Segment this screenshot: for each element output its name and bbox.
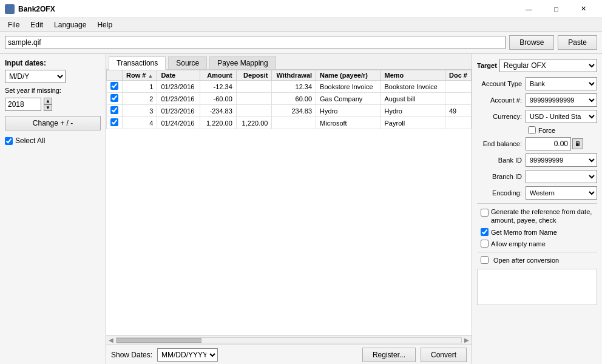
tab-payee-mapping[interactable]: Payee Mapping [209, 56, 276, 69]
bank-id-row: Bank ID 999999999 [477, 153, 597, 167]
scroll-right-arrow[interactable]: ▶ [464, 337, 469, 343]
set-year-label: Set year if missing: [5, 87, 101, 94]
row-check-cell[interactable] [107, 93, 123, 105]
row-deposit-cell [236, 93, 272, 105]
year-down-button[interactable]: ▼ [44, 104, 52, 111]
row-check-cell[interactable] [107, 81, 123, 93]
convert-button[interactable]: Convert [421, 348, 467, 362]
scrollbar-track[interactable] [116, 337, 462, 343]
select-all-checkbox[interactable] [5, 137, 13, 145]
close-button[interactable]: ✕ [570, 0, 597, 18]
row-amount-cell: -60.00 [200, 93, 236, 105]
tab-transactions[interactable]: Transactions [109, 56, 166, 70]
row-doc-cell [445, 81, 472, 93]
bottom-bar: Show Dates: MM/DD/YYYY Register... Conve… [106, 345, 472, 364]
encoding-row: Encoding: Western UTF-8 [477, 186, 597, 200]
select-all-label[interactable]: Select All [5, 136, 101, 145]
col-header-row[interactable]: Row # ▲ [123, 70, 157, 81]
menu-edit[interactable]: Edit [25, 19, 49, 31]
row-check-cell[interactable] [107, 105, 123, 117]
generate-ref-label: Generate the reference from date, amount… [491, 207, 597, 225]
menu-file[interactable]: File [2, 19, 25, 31]
change-button[interactable]: Change + / - [5, 116, 101, 130]
account-type-select[interactable]: Bank Credit Investment [526, 77, 597, 90]
get-memo-label: Get Memo from Name [491, 228, 557, 237]
row-checkbox-0[interactable] [110, 82, 118, 90]
row-amount-cell: -12.34 [200, 81, 236, 93]
center-panel: Transactions Source Payee Mapping Row # … [106, 54, 472, 364]
minimize-button[interactable]: — [515, 0, 543, 18]
end-balance-input[interactable] [526, 137, 571, 150]
title-bar: Bank2OFX — □ ✕ [0, 0, 602, 18]
transactions-table-container: Row # ▲ Date Amount Deposit Withdrawal N… [106, 70, 472, 335]
row-date-cell: 01/23/2016 [157, 105, 200, 117]
target-select[interactable]: Regular OFX OFX 2.x QFX [499, 59, 597, 72]
account-type-row: Account Type Bank Credit Investment [477, 77, 597, 90]
row-memo-cell: Bookstore Invoice [380, 81, 445, 93]
allow-empty-checkbox[interactable] [481, 240, 489, 248]
col-header-date[interactable]: Date [157, 70, 200, 81]
row-check-cell[interactable] [107, 117, 123, 129]
browse-button[interactable]: Browse [509, 35, 554, 50]
force-label: Force [538, 127, 555, 134]
account-num-row: Account #: 999999999999 [477, 93, 597, 107]
get-memo-checkbox[interactable] [481, 228, 489, 236]
date-format-select[interactable]: M/D/Y [5, 70, 66, 83]
row-num-cell: 4 [123, 117, 157, 129]
row-checkbox-3[interactable] [110, 118, 118, 126]
force-row: Force [477, 126, 597, 134]
row-date-cell: 01/23/2016 [157, 81, 200, 93]
year-spinner: ▲ ▼ [44, 98, 52, 111]
branch-id-select[interactable] [526, 170, 597, 183]
row-checkbox-2[interactable] [110, 106, 118, 114]
row-doc-cell [445, 93, 472, 105]
currency-select[interactable]: USD - United Sta [526, 110, 597, 123]
force-checkbox[interactable] [528, 126, 536, 134]
col-header-amount[interactable]: Amount [200, 70, 236, 81]
calculator-icon[interactable]: 🖩 [572, 138, 583, 149]
row-checkbox-1[interactable] [110, 94, 118, 102]
currency-label: Currency: [477, 113, 526, 120]
paste-button[interactable]: Paste [558, 35, 597, 50]
bank-id-select[interactable]: 999999999 [526, 153, 597, 167]
row-withdrawal-cell [272, 117, 316, 129]
year-up-button[interactable]: ▲ [44, 98, 52, 104]
tab-source[interactable]: Source [168, 56, 207, 69]
menu-language[interactable]: Language [49, 19, 92, 31]
col-header-doc[interactable]: Doc # [445, 70, 472, 81]
window-controls: — □ ✕ [515, 0, 597, 18]
bank-id-label: Bank ID [477, 157, 526, 164]
maximize-button[interactable]: □ [543, 0, 570, 18]
year-input[interactable] [5, 98, 41, 111]
row-deposit-cell [236, 81, 272, 93]
show-dates-label: Show Dates: [111, 351, 152, 359]
row-amount-cell: 1,220.00 [200, 117, 236, 129]
account-num-select[interactable]: 999999999999 [526, 93, 597, 107]
row-memo-cell: August bill [380, 93, 445, 105]
divider-1 [477, 203, 597, 204]
col-header-memo[interactable]: Memo [380, 70, 445, 81]
register-button[interactable]: Register... [362, 348, 416, 362]
scroll-left-arrow[interactable]: ◀ [109, 337, 113, 343]
file-input[interactable] [5, 36, 506, 49]
table-row: 2 01/23/2016 -60.00 60.00 Gas Company Au… [107, 93, 472, 105]
branch-id-row: Branch ID [477, 170, 597, 183]
file-row: Browse Paste [0, 32, 602, 54]
row-date-cell: 01/24/2016 [157, 117, 200, 129]
action-buttons: Register... Convert [362, 348, 467, 362]
table-row: 4 01/24/2016 1,220.00 1,220.00 Microsoft… [107, 117, 472, 129]
date-display-select[interactable]: MM/DD/YYYY [157, 348, 218, 362]
sort-arrow-row: ▲ [147, 73, 153, 79]
menu-bar: File Edit Language Help [0, 18, 602, 32]
col-header-name[interactable]: Name (payee/r) [316, 70, 380, 81]
encoding-select[interactable]: Western UTF-8 [526, 186, 597, 200]
menu-help[interactable]: Help [92, 19, 118, 31]
col-header-deposit[interactable]: Deposit [236, 70, 272, 81]
input-dates-label: Input dates: [5, 59, 101, 67]
row-name-cell: Gas Company [316, 93, 380, 105]
currency-row: Currency: USD - United Sta [477, 110, 597, 123]
open-after-checkbox[interactable] [481, 256, 489, 264]
generate-ref-checkbox[interactable] [481, 209, 489, 217]
row-memo-cell: Hydro [380, 105, 445, 117]
col-header-withdrawal[interactable]: Withdrawal [272, 70, 316, 81]
